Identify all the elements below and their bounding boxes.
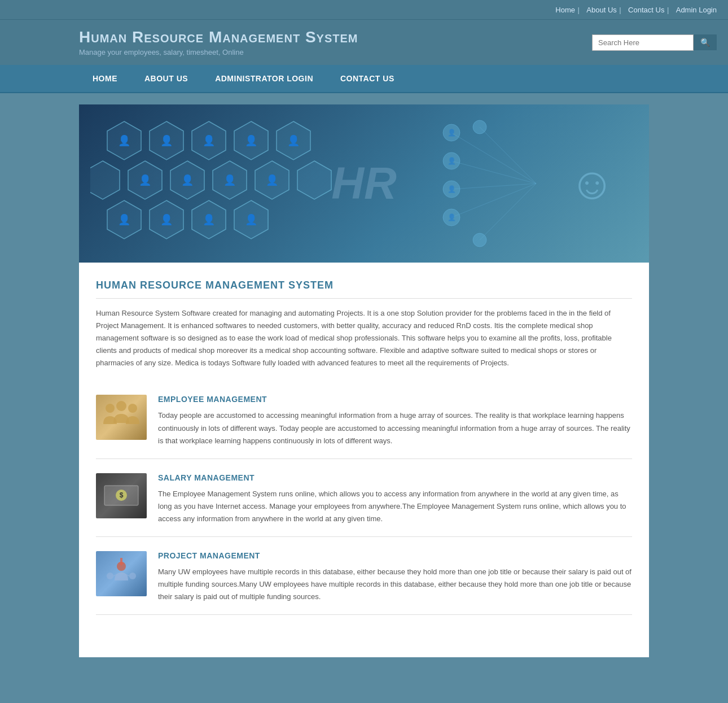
feature-image-employee — [96, 395, 147, 440]
svg-text:👤: 👤 — [118, 213, 131, 226]
svg-text:👤: 👤 — [118, 134, 131, 147]
feature-text-salary: The Employee Management System runs onli… — [158, 488, 632, 525]
svg-text:👤: 👤 — [448, 213, 456, 221]
sep3: | — [667, 6, 669, 14]
search-input[interactable] — [592, 34, 694, 51]
svg-point-46 — [128, 404, 137, 413]
header: Human Resource Management System Manage … — [0, 20, 728, 65]
top-bar: Home | About Us | Contact Us | Admin Log… — [0, 0, 728, 20]
content-title: HUMAN RESOURCE MANAGEMENT SYSTEM — [96, 280, 632, 299]
svg-text:👤: 👤 — [223, 174, 236, 186]
svg-text:👤: 👤 — [160, 213, 173, 226]
feature-salary: $ SALARY MANAGEMENT The Employee Managem… — [96, 462, 632, 537]
feature-title-employee: EMPLOYEE MANAGEMENT — [158, 395, 632, 404]
svg-point-52 — [129, 573, 136, 579]
svg-text:👤: 👤 — [245, 213, 258, 226]
svg-text:👤: 👤 — [203, 134, 216, 147]
feature-text-employee: Today people are accustomed to accessing… — [158, 409, 632, 447]
hero-svg: 👤 👤 👤 👤 👤 👤 👤 👤 👤 👤 👤 👤 👤 — [90, 104, 344, 263]
svg-text:👤: 👤 — [448, 156, 456, 165]
svg-text:👤: 👤 — [160, 134, 173, 147]
svg-text:👤: 👤 — [448, 128, 456, 137]
svg-line-33 — [480, 184, 536, 240]
sep2: | — [619, 6, 621, 14]
topbar-home-link[interactable]: Home — [555, 6, 575, 14]
hero-right-svg: 👤 👤 👤 👤 — [423, 104, 649, 263]
feature-text-project: Many UW employees have multiple records … — [158, 566, 632, 603]
svg-line-28 — [451, 133, 536, 184]
search-icon: 🔍 — [700, 38, 710, 47]
nav-admin[interactable]: ADMINISTRATOR LOGIN — [201, 65, 327, 92]
feature-content-salary: SALARY MANAGEMENT The Employee Managemen… — [158, 473, 632, 525]
feature-image-project — [96, 551, 147, 596]
svg-text:👤: 👤 — [139, 174, 152, 186]
feature-employee: EMPLOYEE MANAGEMENT Today people are acc… — [96, 383, 632, 459]
search-button[interactable]: 🔍 — [694, 34, 717, 50]
svg-text:👤: 👤 — [245, 134, 258, 147]
sep1: | — [577, 6, 579, 14]
project-icon — [99, 552, 144, 596]
feature-project: PROJECT MANAGEMENT Many UW employees hav… — [96, 540, 632, 615]
svg-text:👤: 👤 — [287, 134, 300, 147]
main-wrapper: 👤 👤 👤 👤 👤 👤 👤 👤 👤 👤 👤 👤 👤 HR — [79, 104, 649, 657]
feature-content-employee: EMPLOYEE MANAGEMENT Today people are acc… — [158, 395, 632, 447]
svg-point-44 — [106, 404, 115, 413]
salary-icon: $ — [99, 474, 144, 517]
site-title-block: Human Resource Management System Manage … — [79, 28, 358, 56]
site-title: Human Resource Management System — [79, 28, 358, 46]
topbar-about-link[interactable]: About Us — [586, 6, 616, 14]
svg-point-45 — [116, 401, 126, 411]
feature-title-salary: SALARY MANAGEMENT — [158, 473, 632, 482]
topbar-contact-link[interactable]: Contact Us — [628, 6, 664, 14]
hex-decoration: 👤 👤 👤 👤 👤 👤 👤 👤 👤 👤 👤 👤 👤 — [90, 104, 344, 263]
feature-title-project: PROJECT MANAGEMENT — [158, 551, 632, 560]
search-form: 🔍 — [592, 34, 717, 51]
svg-text:👤: 👤 — [448, 185, 456, 193]
hero-image: 👤 👤 👤 👤 👤 👤 👤 👤 👤 👤 👤 👤 👤 HR — [79, 104, 649, 263]
hr-hero-text: HR — [331, 158, 397, 209]
intro-text: Human Resource System Software created f… — [96, 307, 632, 369]
svg-marker-10 — [297, 161, 331, 199]
team-icon — [99, 396, 144, 439]
svg-point-51 — [107, 573, 113, 579]
bottom-space — [79, 635, 649, 657]
svg-marker-5 — [90, 161, 120, 199]
site-subtitle: Manage your employees, salary, timesheet… — [79, 48, 358, 56]
topbar-admin-link[interactable]: Admin Login — [676, 6, 717, 14]
nav-about[interactable]: ABOUT US — [131, 65, 201, 92]
main-nav: HOME ABOUT US ADMINISTRATOR LOGIN CONTAC… — [0, 65, 728, 93]
svg-line-32 — [480, 127, 536, 184]
content-area: HUMAN RESOURCE MANAGEMENT SYSTEM Human R… — [79, 263, 649, 635]
svg-text:👤: 👤 — [181, 174, 194, 186]
svg-text:$: $ — [120, 491, 124, 499]
feature-content-project: PROJECT MANAGEMENT Many UW employees hav… — [158, 551, 632, 603]
svg-point-39 — [473, 233, 486, 247]
svg-text:👤: 👤 — [203, 213, 216, 226]
nav-home[interactable]: HOME — [79, 65, 131, 92]
svg-point-38 — [473, 120, 486, 134]
feature-image-salary: $ — [96, 473, 147, 518]
svg-line-29 — [451, 161, 536, 184]
svg-text:👤: 👤 — [266, 174, 279, 186]
nav-contact[interactable]: CONTACT US — [327, 65, 408, 92]
